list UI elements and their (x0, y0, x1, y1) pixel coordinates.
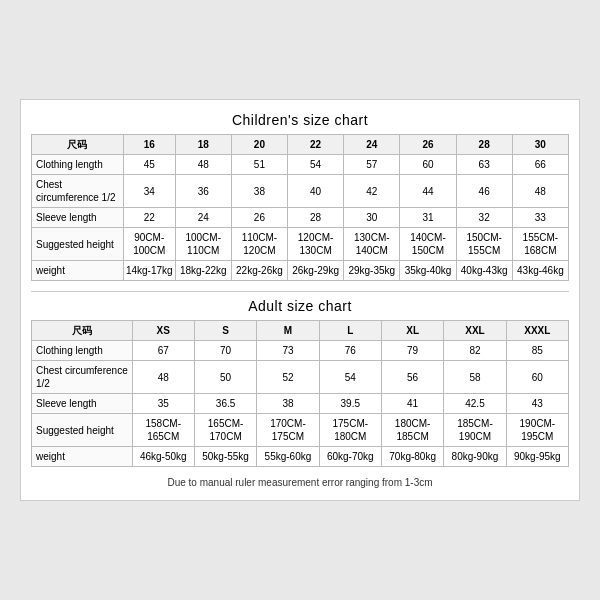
chart-container: Children's size chart 尺码1618202224262830… (20, 99, 580, 501)
cell-3-3: 175CM-180CM (319, 414, 381, 447)
col-header-6: 26 (400, 135, 456, 155)
cell-2-0: 35 (132, 394, 194, 414)
col-header-0: 尺码 (32, 135, 124, 155)
cell-0-1: 48 (175, 155, 231, 175)
col-header-7: 28 (456, 135, 512, 155)
cell-3-5: 185CM-190CM (444, 414, 506, 447)
adult-title: Adult size chart (31, 298, 569, 314)
cell-3-7: 155CM-168CM (512, 228, 568, 261)
col-header-5: XL (381, 321, 443, 341)
children-title: Children's size chart (31, 112, 569, 128)
cell-0-1: 70 (194, 341, 256, 361)
table-row: Chest circumference 1/248505254565860 (32, 361, 569, 394)
cell-2-2: 26 (231, 208, 287, 228)
cell-2-6: 32 (456, 208, 512, 228)
col-header-3: 20 (231, 135, 287, 155)
col-header-4: 22 (288, 135, 344, 155)
cell-3-0: 158CM-165CM (132, 414, 194, 447)
row-label-0: Clothing length (32, 155, 124, 175)
col-header-6: XXL (444, 321, 506, 341)
cell-1-1: 50 (194, 361, 256, 394)
col-header-1: 16 (123, 135, 175, 155)
cell-0-7: 66 (512, 155, 568, 175)
table-row: Chest circumference 1/23436384042444648 (32, 175, 569, 208)
table-row: Sleeve length3536.53839.54142.543 (32, 394, 569, 414)
cell-3-4: 180CM-185CM (381, 414, 443, 447)
cell-4-3: 60kg-70kg (319, 447, 381, 467)
cell-1-3: 54 (319, 361, 381, 394)
cell-0-5: 60 (400, 155, 456, 175)
row-label-1: Chest circumference 1/2 (32, 175, 124, 208)
table-row: weight46kg-50kg50kg-55kg55kg-60kg60kg-70… (32, 447, 569, 467)
cell-1-3: 40 (288, 175, 344, 208)
cell-4-6: 90kg-95kg (506, 447, 568, 467)
col-header-1: XS (132, 321, 194, 341)
cell-2-1: 24 (175, 208, 231, 228)
row-label-4: weight (32, 447, 133, 467)
cell-0-6: 85 (506, 341, 568, 361)
cell-2-4: 41 (381, 394, 443, 414)
cell-3-6: 190CM-195CM (506, 414, 568, 447)
cell-0-4: 57 (344, 155, 400, 175)
cell-0-6: 63 (456, 155, 512, 175)
cell-3-2: 110CM-120CM (231, 228, 287, 261)
cell-0-4: 79 (381, 341, 443, 361)
row-label-3: Suggested height (32, 414, 133, 447)
col-header-5: 24 (344, 135, 400, 155)
cell-3-5: 140CM-150CM (400, 228, 456, 261)
row-label-2: Sleeve length (32, 394, 133, 414)
adult-table: 尺码XSSMLXLXXLXXXLClothing length677073767… (31, 320, 569, 467)
cell-1-5: 58 (444, 361, 506, 394)
cell-2-7: 33 (512, 208, 568, 228)
col-header-8: 30 (512, 135, 568, 155)
table-row: weight14kg-17kg18kg-22kg22kg-26kg26kg-29… (32, 261, 569, 281)
cell-1-2: 38 (231, 175, 287, 208)
cell-2-3: 28 (288, 208, 344, 228)
row-label-3: Suggested height (32, 228, 124, 261)
cell-1-4: 42 (344, 175, 400, 208)
cell-2-2: 38 (257, 394, 319, 414)
cell-4-7: 43kg-46kg (512, 261, 568, 281)
cell-3-6: 150CM-155CM (456, 228, 512, 261)
col-header-7: XXXL (506, 321, 568, 341)
cell-4-6: 40kg-43kg (456, 261, 512, 281)
cell-3-0: 90CM-100CM (123, 228, 175, 261)
cell-4-0: 46kg-50kg (132, 447, 194, 467)
cell-1-0: 34 (123, 175, 175, 208)
cell-3-1: 165CM-170CM (194, 414, 256, 447)
cell-4-4: 70kg-80kg (381, 447, 443, 467)
cell-0-0: 67 (132, 341, 194, 361)
cell-2-0: 22 (123, 208, 175, 228)
cell-4-3: 26kg-29kg (288, 261, 344, 281)
cell-0-2: 51 (231, 155, 287, 175)
col-header-2: 18 (175, 135, 231, 155)
divider (31, 291, 569, 292)
table-row: Suggested height90CM-100CM100CM-110CM110… (32, 228, 569, 261)
cell-4-1: 18kg-22kg (175, 261, 231, 281)
cell-1-6: 46 (456, 175, 512, 208)
cell-3-1: 100CM-110CM (175, 228, 231, 261)
cell-4-2: 55kg-60kg (257, 447, 319, 467)
cell-2-6: 43 (506, 394, 568, 414)
cell-0-2: 73 (257, 341, 319, 361)
cell-0-3: 76 (319, 341, 381, 361)
cell-1-0: 48 (132, 361, 194, 394)
cell-2-1: 36.5 (194, 394, 256, 414)
col-header-0: 尺码 (32, 321, 133, 341)
children-table: 尺码1618202224262830Clothing length4548515… (31, 134, 569, 281)
col-header-4: L (319, 321, 381, 341)
row-label-0: Clothing length (32, 341, 133, 361)
cell-4-0: 14kg-17kg (123, 261, 175, 281)
cell-2-4: 30 (344, 208, 400, 228)
cell-4-5: 35kg-40kg (400, 261, 456, 281)
cell-1-7: 48 (512, 175, 568, 208)
cell-3-3: 120CM-130CM (288, 228, 344, 261)
table-row: Clothing length67707376798285 (32, 341, 569, 361)
cell-2-5: 42.5 (444, 394, 506, 414)
cell-4-2: 22kg-26kg (231, 261, 287, 281)
cell-3-2: 170CM-175CM (257, 414, 319, 447)
cell-0-0: 45 (123, 155, 175, 175)
col-header-3: M (257, 321, 319, 341)
cell-3-4: 130CM-140CM (344, 228, 400, 261)
cell-2-5: 31 (400, 208, 456, 228)
